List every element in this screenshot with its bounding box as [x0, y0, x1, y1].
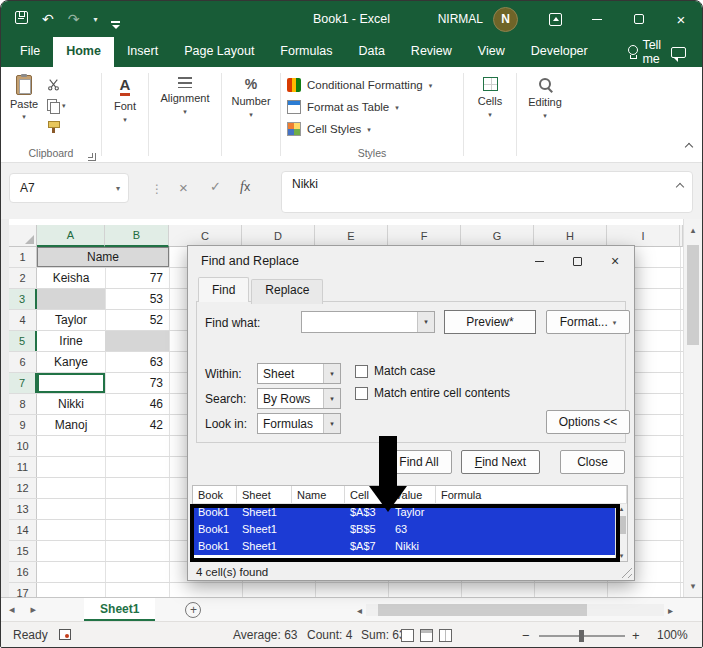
- tab-page-layout[interactable]: Page Layout: [171, 37, 267, 67]
- number-group-button[interactable]: % Number ▾: [222, 67, 280, 162]
- avatar[interactable]: N: [493, 7, 518, 32]
- cell-B16[interactable]: [105, 562, 169, 582]
- cell-A5[interactable]: Irine: [37, 331, 105, 351]
- row-header-15[interactable]: 15: [9, 541, 37, 561]
- name-box-dropdown-icon[interactable]: ▾: [116, 184, 128, 193]
- cell-B3[interactable]: 53: [105, 289, 169, 309]
- result-row[interactable]: Book1Sheet1$B$563: [193, 521, 627, 538]
- clipboard-dialog-launcher[interactable]: [88, 153, 96, 161]
- status-sum[interactable]: Sum: 63: [361, 628, 406, 642]
- match-entire-cell-checkbox[interactable]: Match entire cell contents: [355, 386, 510, 400]
- horizontal-scrollbar[interactable]: ◂ ▸: [353, 602, 677, 618]
- ribbon-display-options-button[interactable]: [534, 1, 576, 37]
- row-header-17[interactable]: 17: [9, 583, 37, 597]
- cell-A1-B1[interactable]: Name: [37, 247, 169, 267]
- column-header-F[interactable]: F: [388, 225, 461, 247]
- cell-A13[interactable]: [37, 499, 105, 519]
- tab-view[interactable]: View: [465, 37, 518, 67]
- result-row[interactable]: Book1Sheet1$A$7Nikki: [193, 538, 627, 555]
- find-results-list[interactable]: BookSheetNameCellValueFormula Book1Sheet…: [192, 485, 628, 562]
- cell-styles-button[interactable]: Cell Styles ▾: [287, 118, 463, 140]
- record-macro-button[interactable]: [59, 629, 71, 643]
- scroll-left-icon[interactable]: ◂: [353, 605, 366, 616]
- cell-B2[interactable]: 77: [105, 268, 169, 288]
- result-column-book[interactable]: Book: [193, 486, 237, 503]
- column-header-H[interactable]: H: [534, 225, 607, 247]
- find-next-button[interactable]: Find Next: [461, 450, 540, 474]
- cell-A12[interactable]: [37, 478, 105, 498]
- cell-A17[interactable]: [37, 583, 105, 597]
- alignment-group-button[interactable]: Alignment ▾: [149, 67, 221, 162]
- sheet-tab-sheet1[interactable]: Sheet1: [84, 598, 155, 621]
- cell-A4[interactable]: Taylor: [37, 310, 105, 330]
- cell-A9[interactable]: Manoj: [37, 415, 105, 435]
- look-in-dropdown-icon[interactable]: ▾: [323, 414, 340, 433]
- result-column-sheet[interactable]: Sheet: [237, 486, 292, 503]
- conditional-formatting-button[interactable]: Conditional Formatting ▾: [287, 74, 463, 96]
- scroll-down-icon[interactable]: ▾: [684, 581, 702, 591]
- result-column-name[interactable]: Name: [292, 486, 345, 503]
- dialog-minimize-button[interactable]: [520, 246, 558, 276]
- cell-A2[interactable]: Keisha: [37, 268, 105, 288]
- scroll-right-icon[interactable]: ▸: [664, 605, 677, 616]
- cell-B4[interactable]: 52: [105, 310, 169, 330]
- formula-input[interactable]: Nikki: [281, 171, 693, 213]
- row-header-13[interactable]: 13: [9, 499, 37, 519]
- font-group-button[interactable]: A Font ▾: [102, 67, 148, 162]
- row-header-6[interactable]: 6: [9, 352, 37, 372]
- search-dropdown-icon[interactable]: ▾: [323, 389, 340, 408]
- cell-A10[interactable]: [37, 436, 105, 456]
- column-header-D[interactable]: D: [242, 225, 315, 247]
- cell-A7[interactable]: [37, 373, 105, 393]
- row-header-14[interactable]: 14: [9, 520, 37, 540]
- column-header-G[interactable]: G: [461, 225, 534, 247]
- cell-B10[interactable]: [105, 436, 169, 456]
- find-all-button[interactable]: Find All: [386, 450, 452, 474]
- vertical-scrollbar[interactable]: ▴ ▾: [683, 219, 702, 597]
- formula-bar-handle[interactable]: ⋮: [151, 182, 163, 196]
- status-count[interactable]: Count: 4: [307, 628, 352, 642]
- dialog-close-button[interactable]: ×: [596, 246, 634, 276]
- result-column-cell[interactable]: Cell: [345, 486, 390, 503]
- cell-A8[interactable]: Nikki: [37, 394, 105, 414]
- cell-B8[interactable]: 46: [105, 394, 169, 414]
- format-painter-button[interactable]: [47, 119, 66, 134]
- tab-formulas[interactable]: Formulas: [267, 37, 345, 67]
- select-all-corner[interactable]: [9, 225, 37, 247]
- zoom-out-button[interactable]: −: [522, 628, 530, 643]
- cell-B17[interactable]: [105, 583, 169, 597]
- find-what-dropdown-icon[interactable]: ▾: [417, 312, 434, 332]
- cell-A6[interactable]: Kanye: [37, 352, 105, 372]
- sheet-nav-right-icon[interactable]: ▸: [23, 603, 45, 616]
- cancel-entry-button[interactable]: ×: [179, 180, 188, 195]
- cut-button[interactable]: [47, 77, 66, 92]
- tell-me[interactable]: Tell me: [627, 37, 671, 67]
- redo-button[interactable]: ↷: [68, 12, 80, 26]
- column-header-I[interactable]: I: [607, 225, 680, 247]
- redo-dropdown-icon[interactable]: ▾: [93, 15, 97, 24]
- result-row[interactable]: Book1Sheet1$A$3Taylor: [193, 504, 627, 521]
- status-average[interactable]: Average: 63: [233, 628, 298, 642]
- row-header-5[interactable]: 5: [9, 331, 37, 351]
- cell-B7[interactable]: 73: [105, 373, 169, 393]
- look-in-dropdown[interactable]: Formulas ▾: [257, 413, 341, 434]
- row-header-11[interactable]: 11: [9, 457, 37, 477]
- insert-function-button[interactable]: fx: [240, 180, 250, 194]
- tab-home[interactable]: Home: [53, 37, 114, 67]
- dialog-resize-grip[interactable]: [619, 565, 632, 578]
- row-header-3[interactable]: 3: [9, 289, 37, 309]
- copy-button[interactable]: ▾: [47, 98, 66, 113]
- maximize-button[interactable]: [618, 1, 660, 37]
- options-button[interactable]: Options <<: [546, 410, 630, 434]
- row-header-4[interactable]: 4: [9, 310, 37, 330]
- dialog-tab-replace[interactable]: Replace: [251, 279, 323, 304]
- tab-data[interactable]: Data: [345, 37, 397, 67]
- enter-entry-button[interactable]: ✓: [210, 180, 221, 193]
- page-layout-view-button[interactable]: [420, 629, 433, 642]
- collapse-ribbon-button[interactable]: [686, 136, 692, 154]
- tab-developer[interactable]: Developer: [518, 37, 601, 67]
- results-scrollbar[interactable]: ▴ ▾: [615, 504, 627, 561]
- dialog-title-bar[interactable]: Find and Replace ×: [188, 246, 634, 276]
- cell-B15[interactable]: [105, 541, 169, 561]
- sheet-nav-left-icon[interactable]: ◂: [1, 603, 23, 616]
